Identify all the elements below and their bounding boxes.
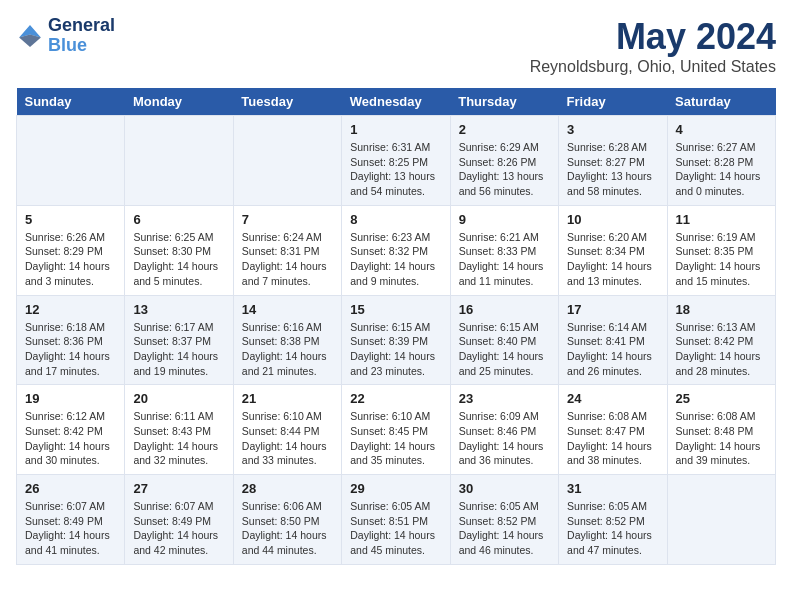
calendar-cell: 14Sunrise: 6:16 AM Sunset: 8:38 PM Dayli…: [233, 295, 341, 385]
calendar-cell: 7Sunrise: 6:24 AM Sunset: 8:31 PM Daylig…: [233, 205, 341, 295]
week-row-0: 1Sunrise: 6:31 AM Sunset: 8:25 PM Daylig…: [17, 116, 776, 206]
main-title: May 2024: [530, 16, 776, 58]
day-number: 31: [567, 481, 658, 496]
cell-info: Sunrise: 6:15 AM Sunset: 8:40 PM Dayligh…: [459, 320, 550, 379]
day-number: 16: [459, 302, 550, 317]
day-number: 2: [459, 122, 550, 137]
day-number: 3: [567, 122, 658, 137]
calendar-cell: 18Sunrise: 6:13 AM Sunset: 8:42 PM Dayli…: [667, 295, 775, 385]
day-number: 20: [133, 391, 224, 406]
calendar-cell: [233, 116, 341, 206]
header-wednesday: Wednesday: [342, 88, 450, 116]
cell-info: Sunrise: 6:17 AM Sunset: 8:37 PM Dayligh…: [133, 320, 224, 379]
cell-info: Sunrise: 6:20 AM Sunset: 8:34 PM Dayligh…: [567, 230, 658, 289]
title-area: May 2024 Reynoldsburg, Ohio, United Stat…: [530, 16, 776, 76]
calendar-cell: [17, 116, 125, 206]
cell-info: Sunrise: 6:09 AM Sunset: 8:46 PM Dayligh…: [459, 409, 550, 468]
day-number: 10: [567, 212, 658, 227]
day-number: 13: [133, 302, 224, 317]
day-number: 28: [242, 481, 333, 496]
day-number: 12: [25, 302, 116, 317]
calendar-cell: [125, 116, 233, 206]
cell-info: Sunrise: 6:08 AM Sunset: 8:48 PM Dayligh…: [676, 409, 767, 468]
calendar-cell: 31Sunrise: 6:05 AM Sunset: 8:52 PM Dayli…: [559, 475, 667, 565]
cell-info: Sunrise: 6:05 AM Sunset: 8:52 PM Dayligh…: [459, 499, 550, 558]
calendar-cell: 17Sunrise: 6:14 AM Sunset: 8:41 PM Dayli…: [559, 295, 667, 385]
calendar-cell: 20Sunrise: 6:11 AM Sunset: 8:43 PM Dayli…: [125, 385, 233, 475]
cell-info: Sunrise: 6:23 AM Sunset: 8:32 PM Dayligh…: [350, 230, 441, 289]
cell-info: Sunrise: 6:07 AM Sunset: 8:49 PM Dayligh…: [25, 499, 116, 558]
day-number: 15: [350, 302, 441, 317]
logo-icon: [16, 22, 44, 50]
calendar-cell: 2Sunrise: 6:29 AM Sunset: 8:26 PM Daylig…: [450, 116, 558, 206]
cell-info: Sunrise: 6:13 AM Sunset: 8:42 PM Dayligh…: [676, 320, 767, 379]
logo-line1: General: [48, 16, 115, 36]
calendar-cell: 16Sunrise: 6:15 AM Sunset: 8:40 PM Dayli…: [450, 295, 558, 385]
header-monday: Monday: [125, 88, 233, 116]
day-number: 11: [676, 212, 767, 227]
cell-info: Sunrise: 6:16 AM Sunset: 8:38 PM Dayligh…: [242, 320, 333, 379]
day-number: 30: [459, 481, 550, 496]
cell-info: Sunrise: 6:31 AM Sunset: 8:25 PM Dayligh…: [350, 140, 441, 199]
header-sunday: Sunday: [17, 88, 125, 116]
week-row-1: 5Sunrise: 6:26 AM Sunset: 8:29 PM Daylig…: [17, 205, 776, 295]
calendar-cell: 24Sunrise: 6:08 AM Sunset: 8:47 PM Dayli…: [559, 385, 667, 475]
day-number: 27: [133, 481, 224, 496]
cell-info: Sunrise: 6:14 AM Sunset: 8:41 PM Dayligh…: [567, 320, 658, 379]
day-number: 17: [567, 302, 658, 317]
cell-info: Sunrise: 6:15 AM Sunset: 8:39 PM Dayligh…: [350, 320, 441, 379]
calendar-cell: 21Sunrise: 6:10 AM Sunset: 8:44 PM Dayli…: [233, 385, 341, 475]
cell-info: Sunrise: 6:19 AM Sunset: 8:35 PM Dayligh…: [676, 230, 767, 289]
cell-info: Sunrise: 6:06 AM Sunset: 8:50 PM Dayligh…: [242, 499, 333, 558]
calendar-cell: 27Sunrise: 6:07 AM Sunset: 8:49 PM Dayli…: [125, 475, 233, 565]
calendar-cell: 10Sunrise: 6:20 AM Sunset: 8:34 PM Dayli…: [559, 205, 667, 295]
header-saturday: Saturday: [667, 88, 775, 116]
calendar-cell: 29Sunrise: 6:05 AM Sunset: 8:51 PM Dayli…: [342, 475, 450, 565]
day-number: 7: [242, 212, 333, 227]
calendar-cell: 11Sunrise: 6:19 AM Sunset: 8:35 PM Dayli…: [667, 205, 775, 295]
logo-line2: Blue: [48, 35, 87, 55]
cell-info: Sunrise: 6:07 AM Sunset: 8:49 PM Dayligh…: [133, 499, 224, 558]
week-row-2: 12Sunrise: 6:18 AM Sunset: 8:36 PM Dayli…: [17, 295, 776, 385]
cell-info: Sunrise: 6:08 AM Sunset: 8:47 PM Dayligh…: [567, 409, 658, 468]
cell-info: Sunrise: 6:26 AM Sunset: 8:29 PM Dayligh…: [25, 230, 116, 289]
header-tuesday: Tuesday: [233, 88, 341, 116]
day-number: 14: [242, 302, 333, 317]
calendar-cell: 9Sunrise: 6:21 AM Sunset: 8:33 PM Daylig…: [450, 205, 558, 295]
calendar-cell: 22Sunrise: 6:10 AM Sunset: 8:45 PM Dayli…: [342, 385, 450, 475]
page-header: General Blue May 2024 Reynoldsburg, Ohio…: [16, 16, 776, 76]
calendar-cell: 1Sunrise: 6:31 AM Sunset: 8:25 PM Daylig…: [342, 116, 450, 206]
header-thursday: Thursday: [450, 88, 558, 116]
calendar-cell: 26Sunrise: 6:07 AM Sunset: 8:49 PM Dayli…: [17, 475, 125, 565]
cell-info: Sunrise: 6:28 AM Sunset: 8:27 PM Dayligh…: [567, 140, 658, 199]
calendar-header-row: SundayMondayTuesdayWednesdayThursdayFrid…: [17, 88, 776, 116]
calendar-cell: 28Sunrise: 6:06 AM Sunset: 8:50 PM Dayli…: [233, 475, 341, 565]
day-number: 19: [25, 391, 116, 406]
cell-info: Sunrise: 6:25 AM Sunset: 8:30 PM Dayligh…: [133, 230, 224, 289]
day-number: 18: [676, 302, 767, 317]
calendar-cell: 23Sunrise: 6:09 AM Sunset: 8:46 PM Dayli…: [450, 385, 558, 475]
week-row-3: 19Sunrise: 6:12 AM Sunset: 8:42 PM Dayli…: [17, 385, 776, 475]
day-number: 24: [567, 391, 658, 406]
cell-info: Sunrise: 6:10 AM Sunset: 8:44 PM Dayligh…: [242, 409, 333, 468]
cell-info: Sunrise: 6:27 AM Sunset: 8:28 PM Dayligh…: [676, 140, 767, 199]
week-row-4: 26Sunrise: 6:07 AM Sunset: 8:49 PM Dayli…: [17, 475, 776, 565]
cell-info: Sunrise: 6:29 AM Sunset: 8:26 PM Dayligh…: [459, 140, 550, 199]
cell-info: Sunrise: 6:11 AM Sunset: 8:43 PM Dayligh…: [133, 409, 224, 468]
calendar-cell: 6Sunrise: 6:25 AM Sunset: 8:30 PM Daylig…: [125, 205, 233, 295]
cell-info: Sunrise: 6:24 AM Sunset: 8:31 PM Dayligh…: [242, 230, 333, 289]
cell-info: Sunrise: 6:18 AM Sunset: 8:36 PM Dayligh…: [25, 320, 116, 379]
calendar-cell: [667, 475, 775, 565]
calendar-cell: 12Sunrise: 6:18 AM Sunset: 8:36 PM Dayli…: [17, 295, 125, 385]
calendar-cell: 5Sunrise: 6:26 AM Sunset: 8:29 PM Daylig…: [17, 205, 125, 295]
calendar-cell: 13Sunrise: 6:17 AM Sunset: 8:37 PM Dayli…: [125, 295, 233, 385]
day-number: 21: [242, 391, 333, 406]
day-number: 23: [459, 391, 550, 406]
calendar-cell: 30Sunrise: 6:05 AM Sunset: 8:52 PM Dayli…: [450, 475, 558, 565]
cell-info: Sunrise: 6:21 AM Sunset: 8:33 PM Dayligh…: [459, 230, 550, 289]
calendar-cell: 15Sunrise: 6:15 AM Sunset: 8:39 PM Dayli…: [342, 295, 450, 385]
subtitle: Reynoldsburg, Ohio, United States: [530, 58, 776, 76]
cell-info: Sunrise: 6:05 AM Sunset: 8:51 PM Dayligh…: [350, 499, 441, 558]
calendar-cell: 3Sunrise: 6:28 AM Sunset: 8:27 PM Daylig…: [559, 116, 667, 206]
logo-text: General Blue: [48, 16, 115, 56]
